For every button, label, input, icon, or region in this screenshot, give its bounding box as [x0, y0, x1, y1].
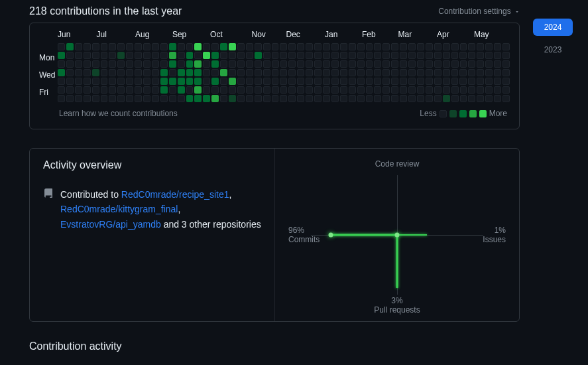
contribution-cell[interactable]: [349, 95, 356, 102]
contribution-cell[interactable]: [84, 60, 91, 68]
contribution-cell[interactable]: [408, 43, 416, 50]
contribution-cell[interactable]: [186, 95, 194, 102]
contribution-cell[interactable]: [391, 78, 398, 85]
contribution-cell[interactable]: [220, 52, 227, 59]
contribution-cell[interactable]: [160, 78, 168, 85]
contribution-cell[interactable]: [417, 60, 424, 68]
contribution-cell[interactable]: [75, 52, 82, 59]
contribution-cell[interactable]: [306, 95, 313, 102]
contribution-cell[interactable]: [349, 60, 356, 68]
contribution-cell[interactable]: [152, 86, 159, 94]
contribution-cell[interactable]: [340, 43, 347, 50]
contribution-cell[interactable]: [101, 69, 108, 76]
contribution-cell[interactable]: [109, 43, 116, 50]
contribution-cell[interactable]: [323, 60, 330, 68]
contribution-cell[interactable]: [323, 43, 330, 50]
contribution-cell[interactable]: [246, 95, 253, 102]
contribution-cell[interactable]: [246, 86, 253, 94]
contribution-cell[interactable]: [443, 43, 450, 50]
contribution-cell[interactable]: [357, 52, 365, 59]
contribution-cell[interactable]: [84, 86, 91, 94]
contribution-cell[interactable]: [357, 78, 365, 85]
contribution-cell[interactable]: [84, 43, 91, 50]
contribution-cell[interactable]: [203, 95, 210, 102]
contribution-cell[interactable]: [58, 69, 65, 76]
contribution-cell[interactable]: [135, 69, 142, 76]
contribution-cell[interactable]: [494, 43, 501, 50]
contribution-cell[interactable]: [203, 69, 210, 76]
contribution-cell[interactable]: [237, 86, 245, 94]
contribution-cell[interactable]: [220, 95, 227, 102]
contribution-cell[interactable]: [255, 43, 262, 50]
contribution-cell[interactable]: [417, 78, 424, 85]
contribution-cell[interactable]: [178, 69, 185, 76]
contribution-cell[interactable]: [340, 86, 347, 94]
contribution-cell[interactable]: [66, 78, 74, 85]
contribution-cell[interactable]: [186, 86, 194, 94]
contribution-cell[interactable]: [485, 95, 493, 102]
contribution-cell[interactable]: [494, 86, 501, 94]
contribution-cell[interactable]: [426, 86, 433, 94]
contribution-cell[interactable]: [169, 69, 176, 76]
contribution-cell[interactable]: [460, 43, 467, 50]
contribution-cell[interactable]: [468, 52, 475, 59]
contribution-cell[interactable]: [306, 69, 313, 76]
contribution-cell[interactable]: [255, 95, 262, 102]
contribution-cell[interactable]: [211, 69, 219, 76]
contribution-cell[interactable]: [178, 86, 185, 94]
contribution-cell[interactable]: [357, 86, 365, 94]
contribution-cell[interactable]: [75, 69, 82, 76]
contribution-cell[interactable]: [297, 43, 304, 50]
contribution-cell[interactable]: [306, 43, 313, 50]
contribution-cell[interactable]: [169, 95, 176, 102]
contribution-cell[interactable]: [143, 60, 150, 68]
contribution-cell[interactable]: [160, 69, 168, 76]
contribution-cell[interactable]: [109, 95, 116, 102]
contribution-cell[interactable]: [426, 95, 433, 102]
contribution-cell[interactable]: [434, 60, 441, 68]
contribution-cell[interactable]: [460, 95, 467, 102]
contribution-cell[interactable]: [58, 43, 65, 50]
contribution-cell[interactable]: [135, 60, 142, 68]
contribution-cell[interactable]: [66, 43, 74, 50]
contribution-cell[interactable]: [109, 78, 116, 85]
contribution-cell[interactable]: [237, 60, 245, 68]
contribution-cell[interactable]: [135, 43, 142, 50]
contribution-cell[interactable]: [58, 78, 65, 85]
contribution-cell[interactable]: [451, 78, 459, 85]
contribution-cell[interactable]: [126, 43, 133, 50]
contribution-cell[interactable]: [288, 95, 296, 102]
contribution-cell[interactable]: [109, 60, 116, 68]
contribution-cell[interactable]: [366, 43, 373, 50]
contribution-cell[interactable]: [194, 60, 202, 68]
contribution-cell[interactable]: [84, 69, 91, 76]
contribution-cell[interactable]: [117, 69, 125, 76]
contribution-cell[interactable]: [306, 52, 313, 59]
contribution-cell[interactable]: [280, 52, 287, 59]
contribution-cell[interactable]: [66, 52, 74, 59]
contribution-cell[interactable]: [323, 78, 330, 85]
contribution-cell[interactable]: [382, 69, 390, 76]
contribution-cell[interactable]: [434, 86, 441, 94]
contribution-cell[interactable]: [229, 52, 236, 59]
contribution-cell[interactable]: [374, 95, 381, 102]
contribution-cell[interactable]: [272, 78, 279, 85]
contribution-cell[interactable]: [272, 69, 279, 76]
contribution-cell[interactable]: [451, 95, 459, 102]
contribution-cell[interactable]: [288, 69, 296, 76]
repo-link-0[interactable]: RedC0mrade/recipe_site1: [121, 189, 229, 200]
contribution-cell[interactable]: [408, 95, 416, 102]
contribution-cell[interactable]: [400, 86, 407, 94]
contribution-cell[interactable]: [169, 78, 176, 85]
contribution-cell[interactable]: [366, 52, 373, 59]
contribution-cell[interactable]: [280, 43, 287, 50]
contribution-cell[interactable]: [280, 69, 287, 76]
contribution-cell[interactable]: [178, 52, 185, 59]
contribution-cell[interactable]: [288, 43, 296, 50]
contribution-cell[interactable]: [66, 95, 74, 102]
contribution-cell[interactable]: [194, 95, 202, 102]
contribution-cell[interactable]: [143, 78, 150, 85]
contribution-cell[interactable]: [143, 69, 150, 76]
contribution-cell[interactable]: [211, 43, 219, 50]
contribution-cell[interactable]: [143, 86, 150, 94]
